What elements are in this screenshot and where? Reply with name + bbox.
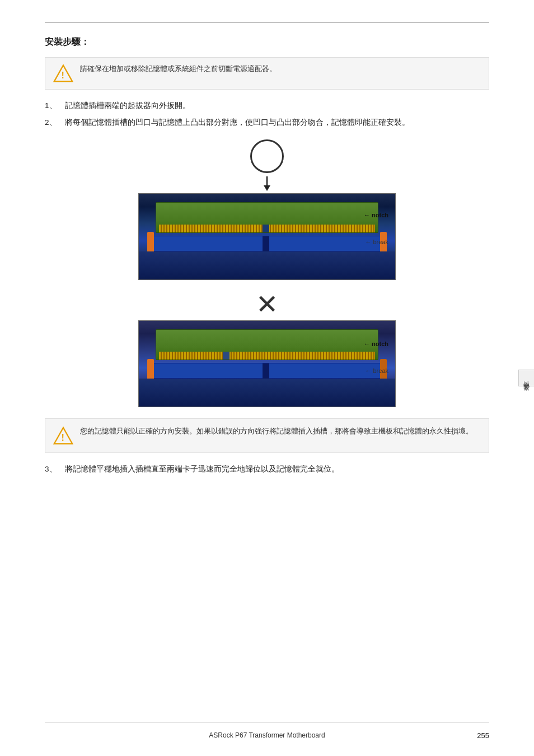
correct-photo-wrapper: ← notch ← break — [138, 175, 396, 280]
correct-photo: ← notch ← break — [138, 193, 396, 280]
page-container: 安裝步驟： ! 請確保在增加或移除記憶體或系統組件之前切斷電源適配器。 1、 記… — [0, 0, 534, 756]
circle-symbol — [250, 139, 284, 173]
warning-box-2: ! 您的記憶體只能以正確的方向安裝。如果以錯誤的方向強行將記憶體插入插槽，那將會… — [45, 418, 489, 453]
svg-text:!: ! — [61, 70, 64, 80]
wrong-photo-wrapper: ← notch ← break — [138, 320, 396, 407]
correct-symbol-row — [138, 139, 396, 173]
steps-list: 1、 記憶體插槽兩端的起拔器向外扳開。 2、 將每個記憶體插槽的凹口与記憶體上凸… — [45, 100, 489, 128]
step-2-text: 將每個記憶體插槽的凹口与記憶體上凸出部分對應，使凹口与凸出部分吻合，記憶體即能正… — [65, 116, 489, 129]
warning-box-1: ! 請確保在增加或移除記憶體或系統組件之前切斷電源適配器。 — [45, 57, 489, 90]
down-arrow-icon — [259, 175, 275, 192]
images-section: ← notch ← break ✕ — [45, 139, 489, 407]
step-1-text: 記憶體插槽兩端的起拔器向外扳開。 — [65, 100, 489, 112]
wrong-image-block: ✕ — [138, 291, 396, 407]
top-rule — [45, 22, 489, 23]
step-3-num: 3、 — [45, 463, 60, 475]
warning-text-2: 您的記憶體只能以正確的方向安裝。如果以錯誤的方向強行將記憶體插入插槽，那將會導致… — [80, 426, 473, 437]
step-3-text: 將記憶體平穩地插入插槽直至兩端卡子迅速而完全地歸位以及記憶體完全就位。 — [65, 463, 489, 475]
step-1-num: 1、 — [45, 100, 60, 112]
warning-text-1: 請確保在增加或移除記憶體或系統組件之前切斷電源適配器。 — [80, 63, 277, 75]
wrong-photo: ← notch ← break — [138, 320, 396, 407]
svg-text:!: ! — [61, 432, 64, 442]
step-2: 2、 將每個記憶體插槽的凹口与記憶體上凸出部分對應，使凹口与凸出部分吻合，記憶體… — [45, 116, 489, 129]
section-title: 安裝步驟： — [45, 36, 489, 48]
wrong-symbol-row: ✕ — [138, 291, 396, 318]
page-number: 255 — [477, 731, 489, 740]
notch-label-correct: ← notch — [364, 212, 388, 218]
notch-label-wrong: ← notch — [364, 340, 388, 347]
step-2-num: 2、 — [45, 116, 60, 129]
svg-marker-3 — [264, 185, 270, 191]
bottom-rule — [45, 722, 489, 722]
warning-icon-2: ! — [53, 426, 73, 446]
step-1: 1、 記憶體插槽兩端的起拔器向外扳開。 — [45, 100, 489, 112]
step-3: 3、 將記憶體平穩地插入插槽直至兩端卡子迅速而完全地歸位以及記憶體完全就位。 — [45, 463, 489, 475]
break-label-wrong: ← break — [365, 367, 388, 374]
footer-brand: ASRock P67 Transformer Motherboard — [0, 731, 534, 739]
correct-image-block: ← notch ← break — [138, 139, 396, 280]
warning-icon-1: ! — [53, 63, 73, 83]
x-symbol: ✕ — [256, 291, 278, 318]
side-tab: 以中製繁 — [518, 370, 534, 386]
page-footer: ASRock P67 Transformer Motherboard 255 — [0, 731, 534, 739]
break-label-correct: ← break — [365, 239, 388, 245]
